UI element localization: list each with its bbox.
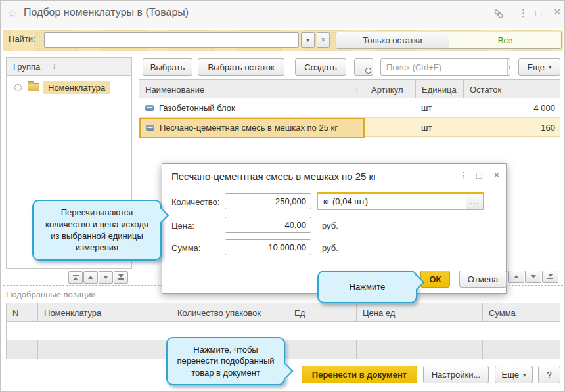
callout-arrow [279,364,294,379]
select-button[interactable]: Выбрать [143,58,192,76]
group-column-header[interactable]: Группа ↓ [7,58,131,76]
item-article [365,98,415,118]
maximize-icon[interactable]: □ [535,7,541,18]
item-stock: 4 000 [463,98,561,118]
favorite-star-icon[interactable]: ☆ [7,7,17,20]
column-header-nomenklatura[interactable]: Номенклатура [37,303,171,322]
sum-input[interactable] [225,239,311,255]
unit-select-button[interactable]: ... [466,194,483,209]
column-header-article[interactable]: Артикул [365,80,415,98]
callout-recalc: Пересчитываются количество и цена исходя… [32,200,162,261]
column-header-stock[interactable]: Остаток [463,80,561,98]
quantity-input[interactable] [225,193,311,209]
cancel-button[interactable]: Отмена [459,271,507,288]
tree-scroll-down-button[interactable] [99,271,113,284]
tree-scroll-up-button[interactable] [83,271,98,284]
find-input[interactable] [44,32,299,48]
column-header-pack-quantity[interactable]: Количество упаковок [171,303,288,322]
empty-row[interactable] [7,322,560,340]
callout-press-transfer: Нажмите, чтобы перенести подобранный тов… [166,337,285,385]
select-stock-button[interactable]: Выбрать остаток [198,58,284,76]
settings-button[interactable]: Настройки... [423,366,489,383]
price-input[interactable] [225,217,311,233]
item-name: Газобетонный блок [159,103,235,113]
more-label: Еще [502,370,519,380]
all-button[interactable]: Все [449,32,561,48]
column-header-unit-price[interactable]: Цена ед [356,303,482,322]
column-label: N [12,308,18,318]
create-button[interactable]: Создать [295,58,346,76]
barcode-scan-button[interactable] [354,58,373,76]
callout-press-ok: Нажмите [317,271,417,303]
item-name: Песчано-цементная смесь в мешках по 25 к… [160,123,338,133]
column-header-n[interactable]: N [7,303,37,322]
column-label: Остаток [470,85,501,95]
bar-icon [73,275,79,276]
triangle-down-icon [548,274,553,277]
column-label: Номенклатура [44,308,101,318]
more-label: Еще [528,62,545,72]
find-dropdown-button[interactable]: ▾ [301,32,315,48]
dialog-menu-icon[interactable]: ⋮ [459,170,468,181]
sort-down-icon: ↓ [52,62,56,71]
item-unit: шт [415,98,463,118]
item-row-gas-block[interactable]: Газобетонный блок шт 4 000 [139,98,560,118]
stock-filter-toggle: Только остатки Все [336,32,562,49]
item-icon [146,125,154,131]
items-table-header: Наименование ↓ Артикул Единица Остаток [139,80,560,98]
column-label: Наименование [145,85,204,95]
list-scroll-down-button[interactable] [525,271,541,283]
only-stock-button[interactable]: Только остатки [336,32,449,48]
column-label: Ед [294,308,305,318]
price-currency: руб. [322,221,338,230]
list-more-button[interactable]: Еще ▾ [518,58,560,76]
sort-down-icon: ↓ [355,85,359,94]
tree-scroll-last-button[interactable] [114,271,128,284]
item-article [365,118,415,137]
item-unit: шт [415,118,463,137]
column-label: Сумма [489,308,516,318]
list-search-box: × [380,58,510,76]
column-label: Цена ед [363,308,395,318]
list-scroll-last-button[interactable] [542,271,558,283]
group-header-label: Группа [13,62,40,72]
footer-more-button[interactable]: Еще ▾ [495,366,533,383]
tree-expand-icon[interactable] [14,84,22,91]
folder-icon [28,83,39,91]
chevron-down-icon: ▾ [523,372,526,378]
column-header-sum[interactable]: Сумма [482,303,560,322]
column-label: Единица [422,85,457,95]
barcode-icon [359,63,369,72]
triangle-down-icon [118,274,124,278]
triangle-up-icon [73,277,78,280]
tree-item-nomenklatura[interactable]: Номенклатура [7,79,131,95]
quantity-label: Количество: [171,197,219,207]
unit-field[interactable]: кг (0,04 шт) ... [317,192,484,210]
list-search-input[interactable] [381,62,507,72]
dialog-close-icon[interactable]: × [493,169,500,182]
bar-icon [118,278,124,280]
sum-currency: руб. [322,243,338,253]
title-bar: ☆ Подбор номенклатуры в (Товары) ⋮ □ × [1,1,565,28]
window-menu-icon[interactable]: ⋮ [518,7,528,19]
column-header-ed[interactable]: Ед [288,303,356,322]
list-scroll-up-button[interactable] [508,271,524,283]
column-header-name[interactable]: Наименование ↓ [139,80,365,98]
copy-link-icon[interactable] [493,9,504,21]
column-header-unit[interactable]: Единица [415,80,463,98]
selection-window: ☆ Подбор номенклатуры в (Товары) ⋮ □ × Н… [0,0,565,392]
triangle-up-icon [88,276,93,279]
bar-icon [547,278,553,279]
sum-label: Сумма: [171,243,200,253]
ok-button[interactable]: ОК [420,271,450,288]
close-icon[interactable]: × [554,5,561,19]
dialog-maximize-icon[interactable]: □ [476,170,482,181]
search-clear-button[interactable]: × [507,59,510,75]
item-row-cement-mix-selected[interactable]: Песчано-цементная смесь в мешках по 25 к… [139,118,560,137]
tree-scroll-first-button[interactable] [68,271,83,284]
selected-table-header: N Номенклатура Количество упаковок Ед Це… [7,303,560,322]
help-button[interactable]: ? [538,366,560,383]
find-clear-button[interactable]: × [317,32,330,48]
callout-text: Нажмите, чтобы перенести подобранный тов… [174,344,277,379]
transfer-to-document-button[interactable]: Перенести в документ [302,366,417,383]
